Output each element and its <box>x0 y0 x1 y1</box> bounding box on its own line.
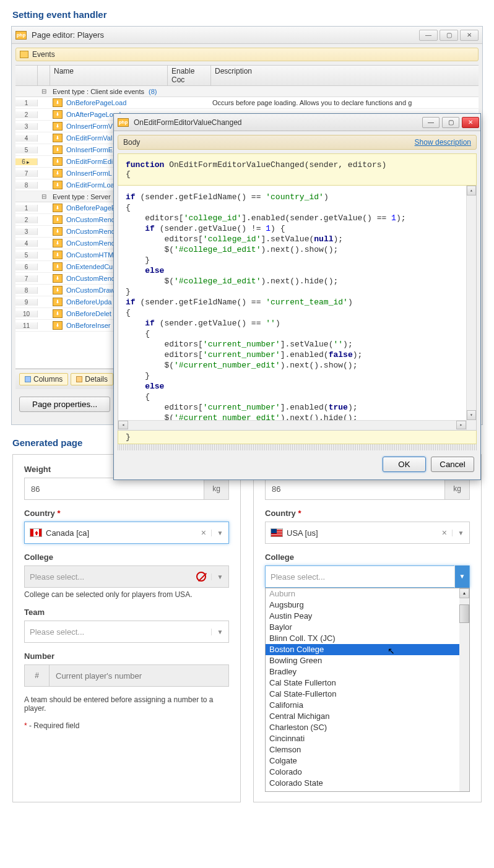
dropdown-item[interactable]: Colorado State <box>266 778 469 789</box>
event-icon: ⬇ <box>53 309 63 318</box>
chevron-down-icon: ▼ <box>211 574 223 580</box>
country-select[interactable]: USA [us] × ▼ <box>265 522 470 544</box>
scrollbar-vertical[interactable]: ▴ <box>459 588 469 791</box>
page-editor-window: php Page editor: Players — ▢ ✕ Events Na… <box>11 26 483 425</box>
titlebar[interactable]: php Page editor: Players — ▢ ✕ <box>12 27 482 44</box>
scroll-thumb[interactable] <box>459 604 469 623</box>
chevron-down-icon[interactable]: ▼ <box>454 565 469 588</box>
event-icon: ⬇ <box>53 122 63 131</box>
weight-input[interactable] <box>24 478 204 500</box>
event-icon: ⬇ <box>53 110 63 119</box>
dialog-close-button[interactable]: ✕ <box>462 117 479 128</box>
tab-details[interactable]: Details <box>71 373 113 385</box>
dialog-minimize-button[interactable]: — <box>422 117 440 128</box>
body-label: Body <box>123 138 140 147</box>
form-panel-left: Weight kg Country * Canada [ca] × ▼ Coll… <box>12 454 241 802</box>
dropdown-item[interactable]: Auburn <box>266 588 469 599</box>
col-description[interactable]: Description <box>211 66 479 85</box>
dropdown-item[interactable]: Clemson <box>266 744 469 755</box>
php-icon: php <box>15 31 27 40</box>
dropdown-item[interactable]: Colgate <box>266 755 469 767</box>
dropdown-item[interactable]: Cal State Fullerton <box>266 677 469 689</box>
number-hint: A team should be entered before assignin… <box>24 695 229 713</box>
event-icon: ⬇ <box>53 274 63 283</box>
chevron-down-icon[interactable]: ▼ <box>452 530 464 536</box>
event-icon: ⬇ <box>53 215 63 224</box>
event-icon: ⬇ <box>53 286 63 294</box>
team-select[interactable]: Please select... ▼ <box>24 621 229 643</box>
event-icon: ⬇ <box>53 298 63 306</box>
dropdown-item[interactable]: Cal State-Fullerton <box>266 689 469 700</box>
dropdown-item[interactable]: Augsburg <box>266 599 469 611</box>
collapse-icon[interactable]: ⊟ <box>38 88 50 95</box>
chevron-down-icon[interactable]: ▼ <box>211 530 223 536</box>
country-label: Country <box>265 509 298 518</box>
event-icon: ⬇ <box>53 204 63 212</box>
weight-input[interactable] <box>265 478 445 500</box>
show-description-link[interactable]: Show description <box>415 138 471 147</box>
grid-header: Name Enable Coc Description <box>15 65 479 86</box>
cancel-button[interactable]: Cancel <box>431 457 474 472</box>
country-value: USA [us] <box>287 528 437 538</box>
dropdown-item[interactable]: Colorado <box>266 767 469 778</box>
events-header[interactable]: Events <box>15 48 479 61</box>
flag-ca-icon <box>30 528 42 537</box>
dropdown-item[interactable]: Boston College↖ <box>266 644 469 655</box>
dropdown-item[interactable]: Bradley <box>266 666 469 677</box>
dropdown-item[interactable]: Baylor <box>266 622 469 633</box>
country-select[interactable]: Canada [ca] × ▼ <box>24 522 229 544</box>
clear-icon[interactable]: × <box>196 528 211 538</box>
scrollbar-vertical[interactable]: ▴▾ <box>466 186 476 430</box>
dropdown-item[interactable]: California <box>266 700 469 711</box>
event-icon: ⬇ <box>53 181 63 189</box>
college-label: College <box>24 552 229 562</box>
window-title: Page editor: Players <box>32 30 419 40</box>
dropdown-item[interactable]: Central Michigan <box>266 711 469 722</box>
collapse-icon[interactable]: ⊟ <box>38 193 50 200</box>
col-name[interactable]: Name <box>50 66 168 85</box>
event-row[interactable]: 1⬇OnBeforePageLoadOccurs before page loa… <box>15 97 479 109</box>
resize-grip[interactable] <box>118 444 477 450</box>
clear-icon[interactable]: × <box>437 528 452 538</box>
events-label: Events <box>32 50 55 59</box>
college-label: College <box>265 552 470 562</box>
college-dropdown[interactable]: AuburnAugsburgAustin PeayBaylorBlinn Col… <box>265 588 470 792</box>
event-icon: ⬇ <box>53 251 63 259</box>
dropdown-item[interactable]: Austin Peay <box>266 611 469 622</box>
code-editor[interactable]: if (sender.getFieldName() == 'country_id… <box>118 186 477 431</box>
page-properties-button[interactable]: Page properties... <box>19 397 110 412</box>
weight-unit: kg <box>445 478 470 500</box>
heading-setting: Setting event handler <box>12 9 494 20</box>
college-hint: College can be selected only for players… <box>24 590 229 599</box>
event-icon: ⬇ <box>53 169 63 178</box>
minimize-button[interactable]: — <box>419 30 438 41</box>
group-client[interactable]: ⊟ Event type : Client side events (8) <box>15 86 479 97</box>
forbidden-icon <box>196 572 206 582</box>
close-button[interactable]: ✕ <box>460 30 479 41</box>
college-select[interactable]: Please select... ▼ <box>265 565 470 588</box>
number-addon: # <box>24 664 49 687</box>
ok-button[interactable]: OK <box>383 457 426 472</box>
maximize-button[interactable]: ▢ <box>440 30 458 41</box>
dialog-body-header: Body Show description <box>118 135 477 150</box>
dialog-titlebar[interactable]: php OnEditFormEditorValueChanged — ▢ ✕ <box>114 114 480 131</box>
dropdown-item[interactable]: Blinn Coll. TX (JC) <box>266 633 469 644</box>
php-icon: php <box>118 118 129 127</box>
close-brace: } <box>118 431 477 444</box>
event-icon: ⬇ <box>53 321 63 330</box>
form-panel-right: Weight kg Country * USA [us] × ▼ College… <box>253 454 482 802</box>
tab-columns[interactable]: Columns <box>19 373 68 385</box>
dropdown-item[interactable]: Cincinnati <box>266 733 469 744</box>
chevron-down-icon[interactable]: ▼ <box>211 629 223 635</box>
scrollbar-horizontal[interactable]: ◂▸ <box>118 420 466 430</box>
event-editor-dialog: php OnEditFormEditorValueChanged — ▢ ✕ B… <box>113 113 481 480</box>
dropdown-item[interactable]: Connecticut <box>266 789 469 792</box>
dropdown-item[interactable]: Charleston (SC) <box>266 722 469 733</box>
dialog-title: OnEditFormEditorValueChanged <box>134 118 421 127</box>
col-enable[interactable]: Enable Coc <box>168 66 211 85</box>
event-icon: ⬇ <box>53 239 63 247</box>
dialog-maximize-button[interactable]: ▢ <box>442 117 459 128</box>
event-icon: ⬇ <box>53 262 63 271</box>
flag-us-icon <box>271 528 283 537</box>
dropdown-item[interactable]: Bowling Green <box>266 655 469 666</box>
